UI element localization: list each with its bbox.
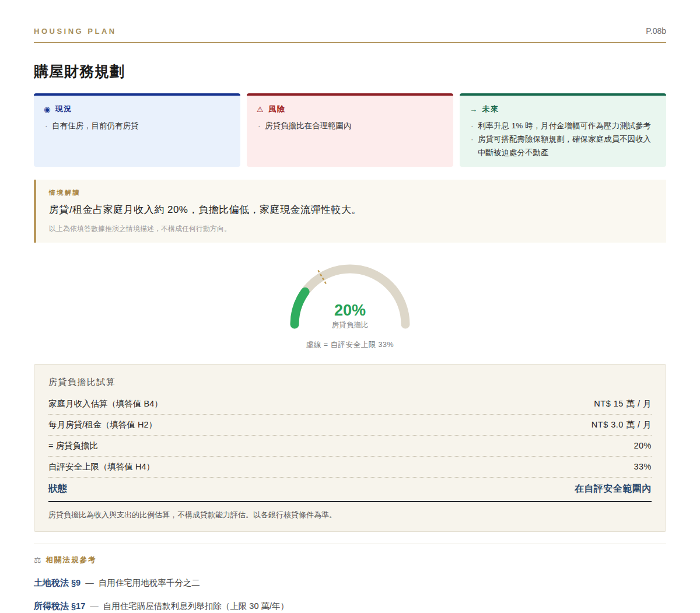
row-value: 33%	[634, 462, 652, 471]
page-header: HOUSING PLAN P.08b	[34, 0, 666, 36]
card-risk-list: 房貸負擔比在合理範圍內	[257, 120, 443, 133]
legal-item: 所得稅法 §17 — 自用住宅購屋借款利息列舉扣除（上限 30 萬/年）	[34, 601, 666, 612]
law-dash: —	[85, 578, 94, 587]
card-risk-label: 風險	[268, 104, 285, 114]
gauge-svg: 20% 房貸負擔比	[286, 261, 414, 330]
row-label: 家庭月收入估算（填答值 B4）	[48, 398, 163, 409]
summary-cards: ◉ 現況 自有住房，目前仍有房貸 ⚠ 風險 房貸負擔比在合理範圍內 → 未來 利…	[34, 93, 666, 167]
table-row: = 房貸負擔比 20%	[48, 436, 652, 457]
arrow-right-icon: →	[470, 105, 478, 114]
law-description: 自用住宅用地稅率千分之二	[99, 578, 200, 587]
status-row: 狀態 在自評安全範圍內	[48, 478, 652, 502]
law-section: §9	[71, 578, 80, 587]
page-title: 購屋財務規劃	[34, 62, 666, 81]
row-value: NT$ 15 萬 / 月	[594, 398, 652, 409]
table-row: 每月房貸/租金（填答值 H2） NT$ 3.0 萬 / 月	[48, 415, 652, 436]
gauge-title-text: 房貸負擔比	[332, 321, 369, 329]
law-name: 所得稅法	[34, 601, 69, 611]
warning-icon: ⚠	[257, 105, 264, 114]
law-name: 土地稅法	[34, 577, 69, 587]
card-future-label: 未來	[482, 104, 499, 114]
card-future: → 未來 利率升息 1% 時，月付金增幅可作為壓力測試參考 房貸可搭配壽險保額規…	[460, 93, 666, 167]
scale-icon: ⚖	[34, 555, 41, 565]
list-item: 利率升息 1% 時，月付金增幅可作為壓力測試參考	[470, 120, 656, 133]
gauge-value-text: 20%	[334, 302, 366, 319]
list-item: 房貸可搭配壽險保額規劃，確保家庭成員不因收入中斷被迫處分不動產	[470, 133, 656, 160]
law-dash: —	[90, 601, 99, 611]
scenario-disclaimer: 以上為依填答數據推演之情境描述，不構成任何行動方向。	[49, 224, 653, 234]
card-future-header: → 未來	[470, 104, 656, 114]
table-title: 房貸負擔比試算	[48, 377, 652, 388]
bullseye-icon: ◉	[44, 105, 51, 114]
table-footnote: 房貸負擔比為收入與支出的比例估算，不構成貸款能力評估。以各銀行核貸條件為準。	[48, 510, 652, 520]
legal-references: ⚖ 相關法規參考 土地稅法 §9 — 自用住宅用地稅率千分之二 所得稅法 §17…	[34, 544, 666, 613]
table-row: 家庭月收入估算（填答值 B4） NT$ 15 萬 / 月	[48, 394, 652, 415]
scenario-interpretation: 情境解讀 房貸/租金占家庭月收入約 20%，負擔比偏低，家庭現金流彈性較大。 以…	[34, 180, 666, 243]
law-section: §17	[71, 601, 85, 611]
legal-label: 相關法規參考	[46, 555, 97, 565]
card-risk: ⚠ 風險 房貸負擔比在合理範圍內	[247, 93, 453, 167]
list-item: 房貸負擔比在合理範圍內	[257, 120, 443, 133]
legal-item: 土地稅法 §9 — 自用住宅用地稅率千分之二	[34, 577, 666, 589]
card-risk-header: ⚠ 風險	[257, 104, 443, 114]
burden-ratio-gauge: 20% 房貸負擔比 虛線 = 自評安全上限 33%	[34, 261, 666, 350]
table-row: 自評安全上限（填答值 H4） 33%	[48, 457, 652, 478]
header-divider	[34, 42, 666, 43]
page-number: P.08b	[646, 26, 666, 36]
burden-ratio-table: 房貸負擔比試算 家庭月收入估算（填答值 B4） NT$ 15 萬 / 月 每月房…	[34, 364, 666, 532]
law-description: 自用住宅購屋借款利息列舉扣除（上限 30 萬/年）	[103, 601, 289, 611]
row-value: 20%	[634, 441, 652, 450]
card-current-list: 自有住房，目前仍有房貸	[44, 120, 230, 133]
scenario-text: 房貸/租金占家庭月收入約 20%，負擔比偏低，家庭現金流彈性較大。	[49, 203, 653, 216]
scenario-label: 情境解讀	[49, 188, 653, 197]
status-label: 狀態	[48, 483, 67, 495]
card-current: ◉ 現況 自有住房，目前仍有房貸	[34, 93, 240, 167]
list-item: 自有住房，目前仍有房貸	[44, 120, 230, 133]
row-value: NT$ 3.0 萬 / 月	[592, 419, 652, 430]
row-label: 自評安全上限（填答值 H4）	[48, 461, 155, 472]
gauge-value-arc	[295, 292, 305, 324]
report-eyebrow: HOUSING PLAN	[34, 27, 117, 36]
status-badge: 在自評安全範圍內	[575, 483, 652, 495]
gauge-caption: 虛線 = 自評安全上限 33%	[34, 340, 666, 350]
legal-header: ⚖ 相關法規參考	[34, 555, 666, 565]
card-current-header: ◉ 現況	[44, 104, 230, 114]
row-label: = 房貸負擔比	[48, 440, 98, 451]
card-future-list: 利率升息 1% 時，月付金增幅可作為壓力測試參考 房貸可搭配壽險保額規劃，確保家…	[470, 120, 656, 160]
card-current-label: 現況	[55, 104, 72, 114]
housing-plan-page: HOUSING PLAN P.08b 購屋財務規劃 ◉ 現況 自有住房，目前仍有…	[0, 0, 700, 613]
row-label: 每月房貸/租金（填答值 H2）	[48, 419, 157, 430]
table-rows: 家庭月收入估算（填答值 B4） NT$ 15 萬 / 月 每月房貸/租金（填答值…	[48, 394, 652, 502]
